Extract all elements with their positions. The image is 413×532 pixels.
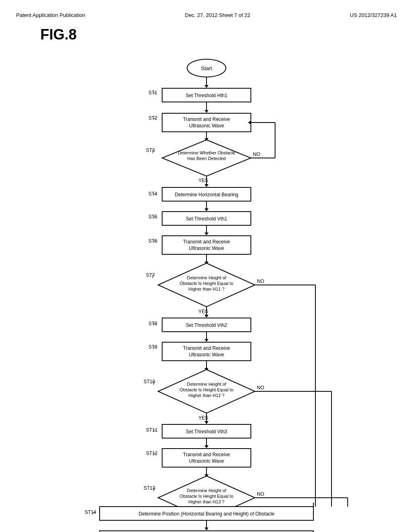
svg-marker-89 — [204, 445, 209, 448]
header-right: US 2012/327239 A1 — [350, 12, 397, 18]
svg-text:⌐: ⌐ — [153, 238, 156, 244]
svg-marker-41 — [204, 233, 209, 235]
svg-text:⌐: ⌐ — [153, 321, 156, 326]
svg-marker-35 — [204, 208, 209, 211]
svg-text:⌐: ⌐ — [153, 214, 156, 220]
svg-text:Set Threshold Vth1: Set Threshold Vth1 — [186, 216, 227, 222]
header-center: Dec. 27, 2012 Sheet 7 of 22 — [185, 12, 250, 18]
svg-text:Obstacle Is Height Equal to: Obstacle Is Height Equal to — [179, 281, 233, 286]
svg-text:Determine Height of: Determine Height of — [187, 275, 227, 280]
svg-text:NO: NO — [257, 278, 264, 284]
svg-text:⌐: ⌐ — [153, 451, 156, 456]
svg-rect-44 — [162, 236, 251, 254]
svg-text:Higher than H13 ?: Higher than H13 ? — [188, 499, 224, 504]
svg-text:Transmit and Receive: Transmit and Receive — [183, 452, 230, 457]
svg-text:Determine Position (Horizontal: Determine Position (Horizontal Bearing a… — [139, 511, 275, 517]
svg-text:NO: NO — [257, 385, 264, 391]
svg-text:Higher than H11 ?: Higher than H11 ? — [188, 287, 224, 291]
svg-text:⌐: ⌐ — [153, 427, 156, 433]
svg-text:┌: ┌ — [152, 485, 155, 491]
svg-text:YES: YES — [198, 415, 208, 421]
svg-rect-12 — [162, 113, 251, 132]
svg-text:┌: ┌ — [152, 379, 155, 385]
svg-marker-3 — [204, 85, 209, 88]
svg-text:Transmit and Receive: Transmit and Receive — [183, 345, 230, 351]
svg-text:NO: NO — [257, 491, 264, 497]
svg-text:Determine Height of: Determine Height of — [187, 488, 227, 493]
flowchart-bottom: ST14 ⌐ Determine Position (Horizontal Be… — [25, 503, 388, 532]
svg-text:Ultrasonic Wave: Ultrasonic Wave — [189, 123, 224, 129]
figure-label: FIG.8 — [40, 26, 397, 43]
svg-rect-92 — [162, 449, 251, 467]
svg-text:Ultrasonic Wave: Ultrasonic Wave — [189, 458, 224, 464]
svg-text:⌐: ⌐ — [153, 115, 156, 121]
svg-marker-119 — [204, 528, 209, 530]
svg-text:Higher than H12 ?: Higher than H12 ? — [188, 393, 224, 398]
svg-text:YES: YES — [198, 309, 208, 314]
svg-marker-82 — [204, 421, 209, 424]
svg-text:Transmit and Receive: Transmit and Receive — [183, 116, 230, 122]
svg-rect-68 — [162, 342, 251, 361]
svg-text:Determine Whether Obstacle: Determine Whether Obstacle — [178, 150, 235, 155]
svg-text:⌐: ⌐ — [153, 344, 156, 350]
svg-text:⌐: ⌐ — [153, 191, 156, 197]
svg-text:Obstacle Is Height Equal to: Obstacle Is Height Equal to — [179, 387, 233, 392]
page: Patent Application Publication Dec. 27, … — [0, 0, 413, 532]
svg-text:Determine Height of: Determine Height of — [187, 382, 227, 387]
svg-text:┌: ┌ — [151, 272, 154, 278]
svg-text:Start: Start — [201, 65, 212, 71]
svg-text:Transmit and Receive: Transmit and Receive — [183, 239, 230, 245]
svg-text:⌐: ⌐ — [153, 90, 156, 96]
flowchart: Start ST1 ⌐ Set Threshold Hth1 ST2 ⌐ Tra… — [25, 51, 388, 507]
svg-text:YES: YES — [198, 178, 208, 183]
svg-marker-9 — [204, 110, 209, 113]
svg-text:Set Threshold Hth1: Set Threshold Hth1 — [186, 93, 227, 98]
svg-text:Set Threshold Vth3: Set Threshold Vth3 — [186, 429, 227, 434]
header-left: Patent Application Publication — [16, 12, 85, 18]
svg-text:┌: ┌ — [151, 148, 154, 154]
svg-text:Ultrasonic Wave: Ultrasonic Wave — [189, 245, 224, 251]
svg-text:Has Been Detected: Has Been Detected — [187, 156, 225, 161]
svg-text:Determine Horizontal Bearing: Determine Horizontal Bearing — [175, 192, 238, 197]
svg-marker-65 — [204, 339, 209, 342]
svg-text:Set Threshold Vth2: Set Threshold Vth2 — [186, 322, 227, 328]
svg-text:Obstacle Is Height Equal to: Obstacle Is Height Equal to — [179, 494, 233, 499]
svg-text:⌐: ⌐ — [93, 509, 96, 515]
svg-text:Ultrasonic Wave: Ultrasonic Wave — [189, 352, 224, 357]
svg-marker-58 — [204, 315, 209, 318]
header: Patent Application Publication Dec. 27, … — [16, 12, 397, 18]
svg-marker-28 — [204, 184, 209, 187]
svg-text:NO: NO — [253, 152, 260, 157]
